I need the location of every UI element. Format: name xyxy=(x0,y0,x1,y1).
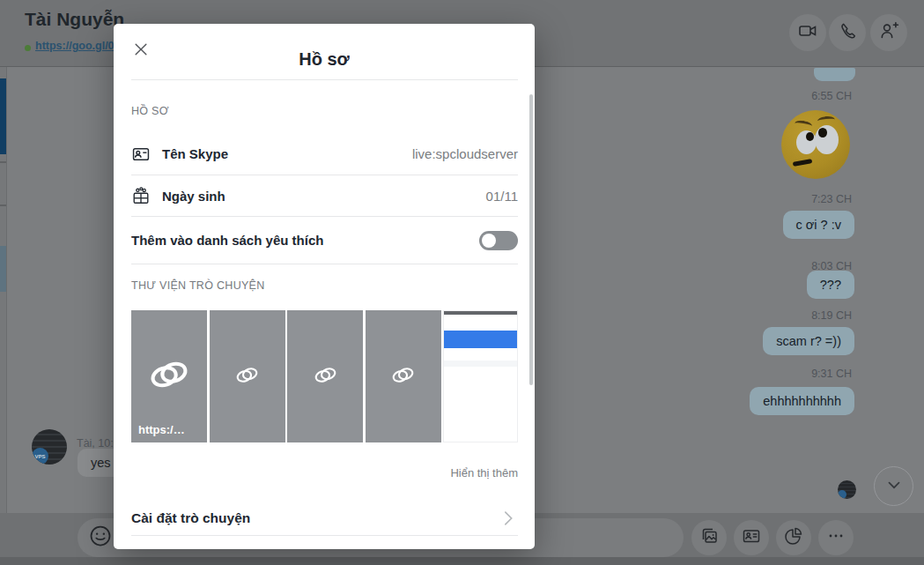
timestamp: 9:31 CH xyxy=(811,368,852,380)
skype-name-value: live:spcloudserver xyxy=(412,146,518,161)
add-person-button[interactable] xyxy=(870,14,907,51)
skype-window: Tài Nguyễn https://goo.gl/0 xyxy=(0,0,924,565)
profile-modal: Hồ sơ HỒ SƠ Tên Skype live:spcloudserver xyxy=(114,24,535,549)
message-bubble: ehhhhhhhhhh xyxy=(750,387,854,415)
birthday-value: 01/11 xyxy=(486,189,518,204)
gallery-button[interactable] xyxy=(691,520,727,555)
smiley-icon xyxy=(88,524,113,552)
gallery-tile-web-preview[interactable] xyxy=(443,310,518,442)
modal-scrollbar[interactable] xyxy=(529,94,533,385)
skype-name-row: Tên Skype live:spcloudserver xyxy=(131,133,518,175)
selected-conversation-indicator xyxy=(0,78,6,154)
photos-icon xyxy=(699,525,720,550)
toggle-knob xyxy=(482,234,496,248)
modal-title: Hồ sơ xyxy=(114,49,535,70)
timestamp: 7:23 CH xyxy=(811,193,852,205)
preview-accent-bar xyxy=(444,331,517,348)
conversation-avatar-edge xyxy=(0,246,6,292)
contact-card-button[interactable] xyxy=(734,520,769,555)
message-bubble: c ơi ? :v xyxy=(783,211,854,239)
tile-caption: https:/… xyxy=(138,423,185,436)
scroll-to-bottom-button[interactable] xyxy=(874,466,913,506)
link-icon xyxy=(149,354,189,398)
favorite-toggle[interactable] xyxy=(479,231,518,250)
row-label: Ngày sinh xyxy=(162,189,225,204)
chat-gallery: https:/… xyxy=(131,310,518,442)
chat-settings-label: Cài đặt trò chuyện xyxy=(131,510,250,526)
chat-settings-row[interactable]: Cài đặt trò chuyện xyxy=(131,501,518,536)
gallery-tile-link[interactable] xyxy=(287,310,363,442)
conversation-link[interactable]: https://goo.gl/0 xyxy=(35,40,115,52)
audio-call-button[interactable] xyxy=(829,14,866,51)
rolling-eyes-emoji xyxy=(781,110,850,179)
seen-by-avatar xyxy=(838,480,856,499)
link-icon xyxy=(314,363,337,390)
chevron-down-icon xyxy=(884,475,904,498)
message-bubble: scam r? =)) xyxy=(763,327,854,355)
link-icon xyxy=(391,363,415,390)
timestamp: 8:19 CH xyxy=(811,309,852,322)
polls-button[interactable] xyxy=(776,520,811,555)
pie-chart-icon xyxy=(783,525,804,550)
section-label-gallery: THƯ VIỆN TRÒ CHUYỆN xyxy=(131,279,265,292)
section-label-profile: HỒ SƠ xyxy=(131,105,169,117)
conversation-title: Tài Nguyễn xyxy=(25,9,124,30)
window-bottom-strip xyxy=(0,557,924,565)
birthday-row: Ngày sinh 01/11 xyxy=(131,175,518,217)
person-add-icon xyxy=(878,20,899,45)
gallery-tile-link[interactable] xyxy=(210,310,285,442)
more-dots-icon xyxy=(825,525,846,550)
presence-dot-icon xyxy=(25,45,31,51)
message-bubble: ??? xyxy=(807,271,854,299)
video-call-button[interactable] xyxy=(789,14,826,51)
gallery-tile-link[interactable]: https:/… xyxy=(131,310,207,442)
timestamp: 6:55 CH xyxy=(811,90,852,102)
row-label: Tên Skype xyxy=(162,146,228,161)
emoticon-button[interactable] xyxy=(86,524,115,552)
conversation-list-edge xyxy=(0,67,7,565)
favorite-row: Thêm vào danh sách yêu thích xyxy=(131,217,518,264)
gallery-tile-link[interactable] xyxy=(366,310,441,442)
gift-icon xyxy=(131,186,151,205)
message-bubble-cropped xyxy=(814,68,855,81)
contact-card-icon xyxy=(131,145,151,164)
more-options-button[interactable] xyxy=(818,520,854,555)
show-more-link[interactable]: Hiển thị thêm xyxy=(450,466,518,480)
contact-card-icon xyxy=(741,525,762,550)
avatar: VPS xyxy=(32,429,67,465)
favorite-label: Thêm vào danh sách yêu thích xyxy=(131,233,323,248)
chevron-right-icon xyxy=(499,509,518,528)
link-icon xyxy=(235,363,259,390)
phone-icon xyxy=(838,21,858,45)
divider xyxy=(131,79,518,80)
avatar-badge: VPS xyxy=(32,448,48,465)
video-camera-icon xyxy=(797,20,818,45)
